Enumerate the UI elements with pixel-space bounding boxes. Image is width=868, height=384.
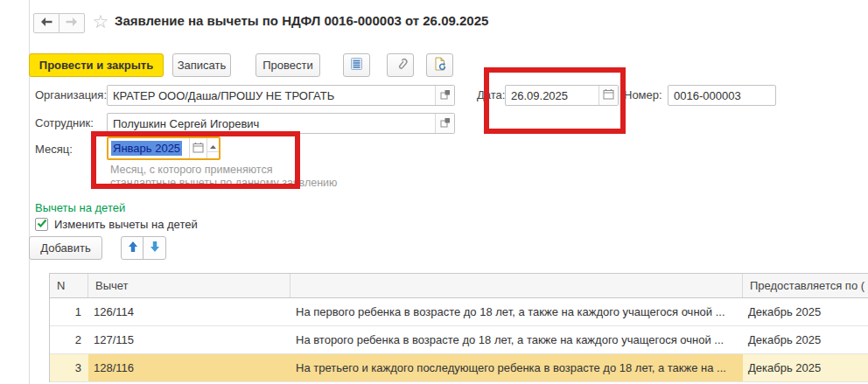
date-label: Дата: — [477, 88, 505, 101]
cell-deduction[interactable]: 128/116 — [88, 354, 290, 381]
table-row[interactable]: 1 126/114 На первого ребенка в возрасте … — [50, 298, 868, 326]
month-calendar-button[interactable] — [189, 138, 206, 158]
number-label: Номер: — [624, 88, 662, 101]
header-description — [290, 274, 743, 297]
calendar-icon — [603, 88, 614, 102]
open-choose-icon — [440, 117, 451, 130]
journal-button[interactable] — [343, 53, 370, 77]
move-up-button[interactable] — [121, 236, 144, 260]
arrow-left-icon — [39, 17, 53, 30]
organization-field[interactable]: КРАТЕР ООО/Даша/ПРОШУ НЕ ТРОГАТЬ — [107, 85, 455, 106]
move-down-button[interactable] — [143, 236, 166, 260]
cell-n[interactable]: 1 — [50, 298, 88, 325]
attachments-button[interactable] — [387, 53, 414, 77]
spinner-down-button[interactable] — [207, 152, 219, 160]
change-deductions-label: Изменить вычеты на детей — [54, 218, 198, 231]
table-row[interactable]: 2 127/115 На второго ребенка в возрасте … — [50, 326, 868, 354]
cell-n[interactable]: 3 — [50, 354, 88, 381]
triangle-down-icon — [210, 152, 216, 160]
spinner-up-button[interactable] — [207, 138, 219, 152]
cell-until[interactable]: Декабрь 2025 — [743, 354, 868, 381]
cell-description[interactable]: На второго ребенка в возрасте до 18 лет,… — [290, 326, 743, 353]
arrow-down-icon — [150, 241, 160, 255]
header-provided-until: Предоставляется по ( — [743, 274, 868, 297]
cell-until[interactable]: Декабрь 2025 — [743, 298, 868, 325]
cell-description[interactable]: На третьего и каждого последующего ребен… — [290, 354, 743, 381]
arrow-right-icon — [65, 17, 79, 30]
document-refresh-icon — [433, 57, 447, 73]
employee-value[interactable]: Полушкин Сергей Игоревич — [108, 114, 435, 133]
post-button[interactable]: Провести — [256, 53, 320, 77]
change-deductions-checkbox[interactable] — [35, 218, 48, 231]
organization-label: Организация: — [35, 88, 107, 101]
post-and-close-button[interactable]: Провести и закрыть — [29, 53, 164, 77]
header-n: N — [50, 274, 88, 297]
calendar-icon — [192, 142, 204, 156]
month-value[interactable]: Январь 2025 — [108, 138, 189, 158]
document-form-window: ☆ Заявление на вычеты по НДФЛ 0016-00000… — [0, 0, 868, 384]
write-button[interactable]: Записать — [172, 53, 231, 77]
nav-forward-button[interactable] — [59, 13, 85, 33]
employee-label: Сотрудник: — [35, 116, 94, 129]
employee-choose-button[interactable] — [435, 114, 454, 133]
children-section-title: Вычеты на детей — [35, 201, 125, 214]
paperclip-icon — [390, 55, 410, 76]
number-input[interactable] — [668, 85, 776, 106]
month-label: Месяц: — [35, 143, 73, 156]
month-hint-line2: стандартные вычеты по данному заявлению — [110, 177, 337, 189]
organization-choose-button[interactable] — [435, 86, 454, 105]
table-header-row: N Вычет Предоставляется по ( — [50, 274, 868, 298]
selected-text: Январь 2025 — [111, 141, 182, 156]
header-deduction: Вычет — [88, 274, 290, 297]
cell-n[interactable]: 2 — [50, 326, 88, 353]
cell-deduction[interactable]: 127/115 — [88, 326, 290, 353]
arrow-up-icon — [128, 241, 138, 255]
page-title: Заявление на вычеты по НДФЛ 0016-000003 … — [115, 13, 488, 28]
deductions-table: N Вычет Предоставляется по ( 1 126/114 Н… — [49, 273, 868, 382]
organization-value[interactable]: КРАТЕР ООО/Даша/ПРОШУ НЕ ТРОГАТЬ — [108, 86, 435, 105]
nav-back-button[interactable] — [33, 13, 60, 33]
date-value[interactable]: 26.09.2025 — [506, 86, 598, 105]
cell-until[interactable]: Декабрь 2025 — [743, 326, 868, 353]
add-row-button[interactable]: Добавить — [29, 236, 102, 260]
triangle-up-icon — [210, 138, 216, 151]
month-hint-line1: Месяц, с которого применяются — [110, 164, 272, 176]
favorite-star-icon[interactable]: ☆ — [90, 10, 111, 33]
cell-deduction[interactable]: 126/114 — [88, 298, 290, 325]
month-field[interactable]: Январь 2025 — [107, 136, 220, 160]
create-based-on-button[interactable] — [426, 53, 453, 77]
employee-field[interactable]: Полушкин Сергей Игоревич — [107, 113, 455, 134]
table-row-selected[interactable]: 3 128/116 На третьего и каждого последую… — [50, 354, 868, 382]
cell-description[interactable]: На первого ребенка в возрасте до 18 лет,… — [290, 298, 743, 325]
list-document-icon — [350, 57, 363, 73]
nav-buttons — [33, 13, 85, 33]
check-mark-icon — [37, 218, 47, 231]
month-spinner — [206, 138, 219, 158]
open-choose-icon — [440, 89, 451, 102]
date-calendar-button[interactable] — [598, 86, 618, 105]
date-field[interactable]: 26.09.2025 — [505, 85, 619, 106]
